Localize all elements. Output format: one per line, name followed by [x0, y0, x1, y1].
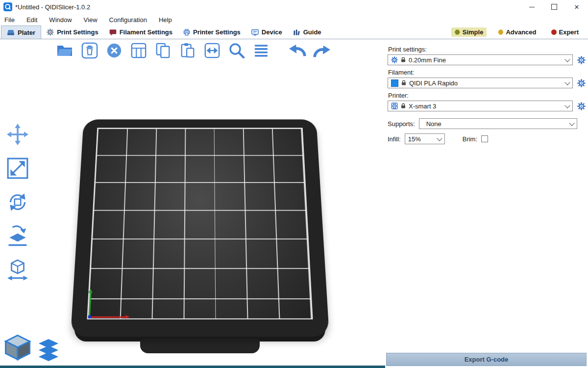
copy-button[interactable] — [153, 41, 173, 62]
maximize-icon — [551, 4, 557, 10]
mode-label: Simple — [463, 28, 484, 36]
move-icon — [6, 123, 29, 148]
printer-combo[interactable]: X-smart 3 — [388, 101, 573, 111]
lock-icon — [400, 103, 406, 109]
menu-item-file[interactable]: File — [4, 16, 15, 24]
place-on-face-button[interactable] — [5, 225, 30, 249]
mode-expert[interactable]: Expert — [548, 27, 582, 37]
filament-combo[interactable]: QIDI PLA Rapido — [388, 78, 573, 88]
delete-button[interactable] — [79, 41, 100, 62]
bed-grid — [87, 128, 313, 319]
chevron-down-icon — [564, 103, 570, 108]
mode-switcher: Simple Advanced Expert — [451, 26, 588, 39]
view-3d-button[interactable] — [4, 334, 31, 363]
filament-label: Filament: — [388, 69, 588, 76]
viewport-bottom-strip — [0, 366, 385, 368]
y-axis-indicator — [89, 293, 92, 318]
minimize-button[interactable] — [520, 0, 543, 14]
undo-button[interactable] — [287, 41, 308, 62]
app-window: *Untitled - QIDISlicer-1.0.2 ✕ File Edit… — [0, 0, 588, 368]
paste-button[interactable] — [177, 41, 198, 62]
mode-advanced[interactable]: Advanced — [494, 27, 539, 37]
filament-edit-button[interactable] — [576, 78, 586, 88]
supports-combo[interactable]: None — [419, 118, 577, 129]
maximize-button[interactable] — [543, 0, 565, 14]
tab-device[interactable]: Device — [246, 26, 288, 39]
menu-item-configuration[interactable]: Configuration — [109, 16, 147, 24]
tabbar: Plater Print Settings Filament Settings … — [0, 26, 588, 39]
cube-3d-icon — [4, 334, 31, 363]
x-axis-indicator — [89, 316, 126, 318]
printer-edit-button[interactable] — [576, 101, 586, 111]
layer-height-button[interactable] — [251, 41, 271, 62]
print-settings-value: 0.20mm Fine — [409, 56, 446, 64]
menu-item-help[interactable]: Help — [159, 16, 172, 24]
delete-all-button[interactable] — [104, 41, 124, 62]
menu-item-view[interactable]: View — [84, 16, 98, 24]
tab-label: Device — [262, 28, 282, 36]
mode-label: Advanced — [506, 28, 536, 36]
undo-icon — [288, 43, 307, 60]
printer-icon — [183, 29, 190, 36]
view-layers-button[interactable] — [37, 339, 60, 363]
tab-print-settings[interactable]: Print Settings — [41, 26, 104, 39]
tab-plater[interactable]: Plater — [1, 26, 41, 39]
tab-printer-settings[interactable]: Printer Settings — [178, 26, 246, 39]
export-gcode-button[interactable]: Export G-code — [386, 353, 587, 366]
layers-icon — [37, 339, 60, 363]
mode-simple[interactable]: Simple — [451, 27, 487, 37]
tab-filament-settings[interactable]: Filament Settings — [104, 26, 178, 39]
tab-label: Plater — [18, 29, 35, 36]
scale-button[interactable] — [5, 158, 30, 181]
instances-icon — [204, 42, 220, 61]
scale-icon — [6, 157, 29, 182]
filament-value: QIDI PLA Rapido — [409, 79, 458, 87]
open-file-button[interactable] — [55, 41, 75, 62]
copy-icon — [155, 42, 172, 61]
mode-label: Expert — [559, 28, 579, 36]
chevron-down-icon — [569, 120, 574, 126]
chevron-down-icon — [437, 135, 442, 141]
arrange-button[interactable] — [128, 41, 149, 62]
print-settings-edit-button[interactable] — [576, 55, 586, 65]
plater-icon — [7, 29, 15, 36]
instances-button[interactable] — [202, 41, 222, 62]
chevron-down-icon — [564, 79, 570, 85]
minimize-icon — [529, 7, 535, 7]
gear-icon — [47, 28, 54, 36]
place-on-face-icon — [6, 225, 29, 249]
infill-value: 15% — [408, 135, 421, 143]
viewport-3d[interactable] — [0, 39, 385, 368]
move-button[interactable] — [5, 124, 30, 147]
print-bed — [77, 107, 322, 338]
close-button[interactable]: ✕ — [565, 0, 588, 14]
gear-icon — [391, 56, 398, 63]
measure-icon — [6, 259, 29, 283]
chevron-down-icon — [564, 56, 570, 62]
titlebar: *Untitled - QIDISlicer-1.0.2 ✕ — [0, 0, 588, 14]
filament-color-swatch — [391, 79, 398, 87]
printer-icon — [391, 103, 398, 109]
menu-item-edit[interactable]: Edit — [26, 16, 37, 24]
advanced-mode-icon — [498, 29, 503, 35]
search-button[interactable] — [226, 41, 247, 62]
z-axis-indicator — [88, 315, 92, 318]
brim-checkbox[interactable] — [481, 135, 488, 142]
gizmo-toolbar — [5, 124, 30, 283]
measure-button[interactable] — [5, 259, 30, 283]
menu-item-window[interactable]: Window — [49, 16, 72, 24]
brim-label: Brim: — [463, 135, 477, 143]
redo-button[interactable] — [312, 41, 332, 62]
menubar: File Edit Window View Configuration Help — [0, 14, 588, 26]
guide-icon — [293, 29, 300, 36]
paste-icon — [179, 42, 196, 61]
arrange-icon — [130, 42, 147, 61]
print-settings-label: Print settings: — [388, 46, 588, 53]
supports-label: Supports: — [388, 120, 415, 128]
printer-label: Printer: — [388, 92, 588, 99]
print-settings-combo[interactable]: 0.20mm Fine — [388, 54, 573, 65]
rotate-button[interactable] — [5, 191, 30, 215]
infill-combo[interactable]: 15% — [405, 133, 445, 144]
tab-guide[interactable]: Guide — [288, 26, 327, 39]
bed-handle — [140, 339, 260, 353]
